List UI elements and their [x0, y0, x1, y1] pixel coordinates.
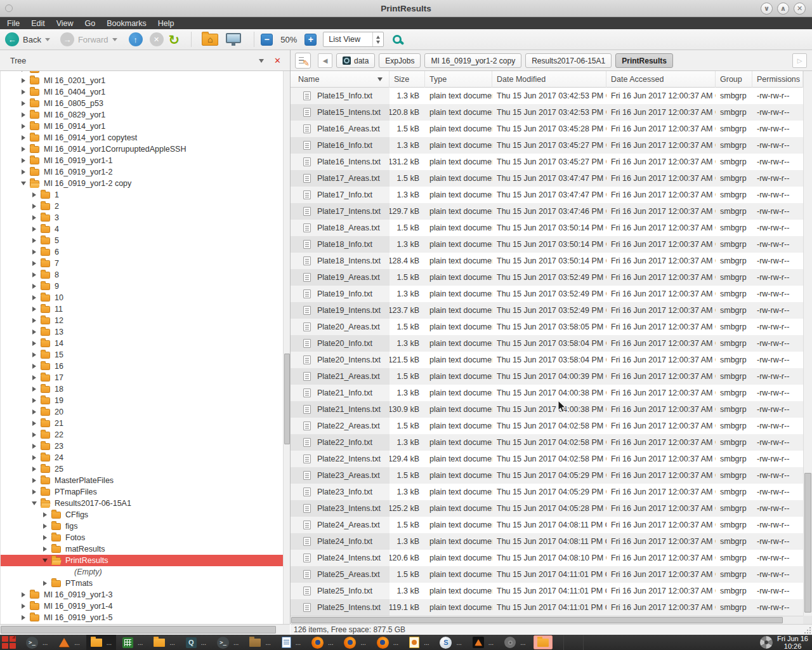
expand-toggle-icon[interactable] — [30, 204, 39, 209]
tree-item[interactable]: 10 — [1, 292, 283, 303]
column-header-permissions[interactable]: Permissions — [752, 71, 803, 88]
tree-item[interactable]: 17 — [1, 372, 283, 383]
expand-toggle-icon[interactable] — [30, 455, 39, 460]
expand-toggle-icon[interactable] — [19, 135, 28, 140]
tree-item[interactable]: PrintResults — [1, 555, 283, 566]
path-scroll-left-button[interactable]: ◀ — [318, 53, 332, 68]
expand-toggle-icon[interactable] — [30, 261, 39, 266]
taskbar-window-button[interactable]: ... — [405, 635, 433, 650]
tree-item[interactable]: MI 16_0404_yor1 — [1, 86, 283, 98]
back-icon[interactable]: ← — [5, 32, 19, 46]
file-row[interactable]: Plate22_Info.txt1.3 kBplain text documen… — [291, 434, 803, 451]
expand-toggle-icon[interactable] — [30, 398, 39, 403]
tree-item[interactable]: 12 — [1, 315, 283, 326]
expand-toggle-icon[interactable] — [19, 158, 28, 163]
tree-item[interactable]: MasterPlateFiles — [1, 475, 283, 486]
column-header-size[interactable]: Size — [390, 71, 425, 88]
collapse-toggle-icon[interactable] — [41, 559, 49, 562]
forward-icon[interactable]: → — [60, 32, 74, 46]
tree-item[interactable]: 8 — [1, 269, 283, 281]
expand-toggle-icon[interactable] — [19, 592, 28, 597]
collapse-toggle-icon[interactable] — [19, 182, 28, 185]
tree-item[interactable]: MI 16_0201_yor1 — [1, 75, 283, 86]
view-mode-spinner[interactable] — [372, 32, 383, 46]
expand-toggle-icon[interactable] — [19, 78, 28, 83]
expand-toggle-icon[interactable] — [19, 71, 28, 72]
expand-toggle-icon[interactable] — [30, 192, 39, 197]
taskbar-window-button[interactable]: ... — [307, 635, 337, 650]
expand-toggle-icon[interactable] — [30, 318, 39, 323]
refresh-icon[interactable]: ↻ — [169, 33, 180, 46]
desktop-icon[interactable] — [226, 33, 241, 43]
file-row[interactable]: Plate16_Info.txt1.3 kBplain text documen… — [291, 137, 803, 154]
expand-toggle-icon[interactable] — [30, 387, 39, 392]
expand-toggle-icon[interactable] — [30, 307, 39, 312]
path-segment[interactable]: PrintResults — [615, 53, 673, 68]
expand-toggle-icon[interactable] — [19, 604, 28, 609]
file-row[interactable]: Plate19_Info.txt1.3 kBplain text documen… — [291, 286, 803, 302]
file-row[interactable]: Plate17_Intens.txt129.7 kBplain text doc… — [291, 203, 803, 220]
path-scroll-right-button[interactable]: ▷ — [792, 53, 807, 68]
tree-horizontal-scrollbar[interactable] — [0, 624, 290, 635]
list-horizontal-scrollbar[interactable] — [291, 616, 803, 624]
back-dropdown-icon[interactable] — [45, 38, 50, 41]
tree-item[interactable]: 18 — [1, 383, 283, 395]
toggle-location-entry-button[interactable]: ✎ — [295, 53, 311, 69]
file-row[interactable]: Plate18_Intens.txt128.4 kBplain text doc… — [291, 253, 803, 269]
up-icon[interactable]: ↑ — [129, 32, 143, 46]
zoom-in-button[interactable]: + — [304, 34, 317, 46]
tree-item[interactable]: MI 16_0919_yor1-5 — [1, 612, 283, 623]
taskbar-window-button[interactable]: ... — [245, 635, 275, 650]
tree-item[interactable]: 14 — [1, 338, 283, 349]
file-row[interactable]: Plate24_Intens.txt120.6 kBplain text doc… — [291, 550, 803, 566]
expand-toggle-icon[interactable] — [30, 329, 39, 335]
tree-item[interactable]: 2 — [1, 201, 283, 212]
expand-toggle-icon[interactable] — [30, 432, 39, 437]
expand-toggle-icon[interactable] — [30, 409, 39, 415]
file-row[interactable]: Plate25_Intens.txt119.1 kBplain text doc… — [291, 599, 803, 616]
taskbar-clock[interactable]: Fri Jun 16 10:26 — [760, 635, 808, 650]
file-row[interactable]: Plate16_Areas.txt1.5 kBplain text docume… — [291, 121, 803, 137]
expand-toggle-icon[interactable] — [30, 375, 39, 380]
tree-item[interactable]: MI 16_0919_yor1-2 copy — [1, 178, 283, 189]
side-pane-mode-dropdown-icon[interactable] — [259, 59, 264, 63]
view-mode-select[interactable]: List View — [323, 32, 384, 47]
tree-item[interactable]: 25 — [1, 463, 283, 475]
tree-item[interactable]: MI 16_0805_p53 — [1, 98, 283, 109]
path-segment[interactable]: MI 16_0919_yor1-2 copy — [424, 53, 521, 68]
menu-item-bookmarks[interactable]: Bookmarks — [101, 17, 152, 29]
tree-item[interactable]: 13 — [1, 326, 283, 338]
tree-horizontal-scrollbar-thumb[interactable] — [1, 626, 276, 633]
taskbar-window-button[interactable]: ... — [54, 635, 84, 650]
tree-item[interactable]: MI 16_0919_yor1-3 — [1, 589, 283, 600]
tree-item[interactable]: figs — [1, 521, 283, 532]
tree-item[interactable]: 19 — [1, 395, 283, 406]
tree-item[interactable]: 21 — [1, 418, 283, 429]
tree-item[interactable]: MI 16_0919_yor1-4 — [1, 600, 283, 612]
tree-item[interactable]: MI 16_0919_yor1-2 — [1, 166, 283, 178]
tree-item[interactable]: Results2017-06-15A1 — [1, 498, 283, 509]
file-row[interactable]: Plate24_Areas.txt1.5 kBplain text docume… — [291, 517, 803, 533]
file-row[interactable]: Plate20_Info.txt1.3 kBplain text documen… — [291, 335, 803, 352]
tree-item[interactable]: PTmats — [1, 578, 283, 589]
expand-toggle-icon[interactable] — [30, 284, 39, 289]
file-row[interactable]: Plate21_Areas.txt1.5 kBplain text docume… — [291, 368, 803, 385]
list-vertical-scrollbar[interactable] — [803, 71, 812, 616]
home-icon[interactable]: ⌂ — [202, 34, 218, 46]
expand-toggle-icon[interactable] — [19, 147, 28, 152]
column-header-type[interactable]: Type — [425, 71, 492, 88]
file-row[interactable]: Plate25_Areas.txt1.5 kBplain text docume… — [291, 566, 803, 583]
tree-item[interactable]: Fotos — [1, 532, 283, 543]
taskbar-window-button[interactable]: ... — [372, 635, 403, 650]
expand-toggle-icon[interactable] — [30, 341, 39, 346]
expand-toggle-icon[interactable] — [19, 169, 28, 175]
expand-toggle-icon[interactable] — [30, 215, 39, 220]
expand-toggle-icon[interactable] — [19, 615, 28, 620]
back-button-label[interactable]: Back — [23, 35, 41, 44]
tree-item[interactable]: MI 16_0919_yor1-1 — [1, 155, 283, 166]
tree-item[interactable]: MI 16_0914_yor1 copytest — [1, 132, 283, 143]
expand-toggle-icon[interactable] — [30, 467, 39, 472]
file-row[interactable]: Plate23_Intens.txt125.2 kBplain text doc… — [291, 500, 803, 517]
tree-item[interactable]: 1 — [1, 189, 283, 201]
taskbar-window-button[interactable]: ... — [86, 635, 116, 650]
